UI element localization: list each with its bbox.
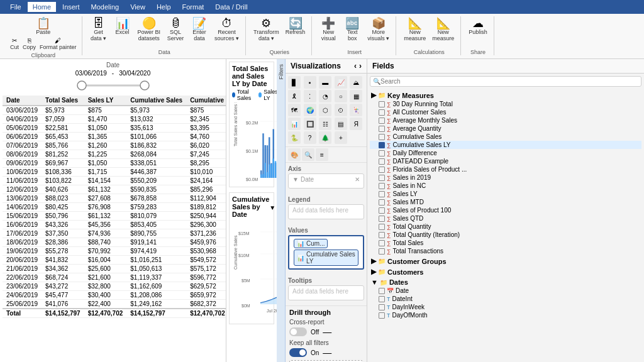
tab-modeling[interactable]: Modeling [86,2,125,12]
item-checkbox[interactable] [379,248,385,255]
tree-item[interactable]: ∑ Total Quantity (Iteration) [370,231,641,239]
tree-item[interactable]: ∑ Cumulative Sales [370,133,641,141]
tree-item[interactable]: ∑ Florida Sales of Product ... [370,165,641,173]
viz-chevron-right[interactable]: › [359,62,362,70]
chart-bottom-container[interactable]: Cumulative Sales by Date ▼ ⊡ … Cumulativ… [229,192,274,324]
tree-group-header[interactable]: ▶ 📁 Customers [370,267,641,277]
tab-format[interactable]: Format [177,2,209,12]
viz-matrix[interactable]: ▤ [335,118,347,130]
legend-drop-area[interactable]: Add data fields here [288,204,364,219]
viz-stacked-bar[interactable]: ▪ [304,76,316,89]
publish-button[interactable]: ☁ Publish [466,16,490,36]
tab-home[interactable]: Home [28,2,56,12]
date-slider[interactable] [3,79,223,92]
copy-button[interactable]: ⎘ Copy [21,36,37,51]
cross-report-toggle[interactable] [289,327,307,336]
tree-item[interactable]: ∑ All Customer Sales [370,108,641,116]
tree-item[interactable]: ∑ 30 Day Running Total [370,100,641,108]
tree-item[interactable]: ∑ Total Quantity [370,222,641,231]
transform-data-button[interactable]: ⚙ Transformdata ▾ [251,16,282,43]
filter-icon[interactable]: ▼ [269,204,275,211]
value-chip-2[interactable]: 📊 Cumulative Sales LY [294,250,358,266]
paste-button[interactable]: 📋 Paste [32,16,55,36]
item-checkbox[interactable] [379,232,385,238]
item-checkbox[interactable] [379,304,385,310]
tree-item[interactable]: ∑ Sales LY [370,190,641,198]
axis-remove-icon[interactable]: ✕ [355,176,360,183]
tree-item[interactable]: T DayOfMonth [370,311,641,319]
tab-file[interactable]: File [5,2,26,12]
tree-item[interactable]: ∑ Total Transactions [370,247,641,255]
viz-treemap[interactable]: ▦ [350,90,362,102]
keep-filters-toggle[interactable] [289,348,307,357]
viz-qna[interactable]: ? [304,131,316,144]
viz-analytics-icon[interactable]: 🔍 [302,148,314,161]
tree-item[interactable]: ∑ Daily Difference [370,149,641,157]
viz-donut[interactable]: ○ [335,90,347,102]
viz-decomp[interactable]: 🌲 [319,131,331,144]
tree-item[interactable]: ∑ Average Quantity [370,124,641,133]
item-checkbox[interactable] [379,167,385,173]
item-checkbox[interactable] [379,296,385,302]
tab-help[interactable]: Help [152,2,176,12]
viz-format-icon[interactable]: 🎨 [288,148,301,161]
tree-item[interactable]: ∑ Sales in 2019 [370,173,641,182]
item-checkbox[interactable] [379,175,385,181]
fields-search-box[interactable]: 🔍 [370,76,641,87]
item-checkbox[interactable] [379,183,385,189]
tree-item[interactable]: T DayInWeek [370,303,641,311]
tab-view[interactable]: View [125,2,150,12]
tree-item[interactable]: ∑ Sales MTD [370,198,641,206]
new-measure2-button[interactable]: 📐 Newmeasure [430,16,457,43]
viz-ribbon[interactable]: 🎗 [288,90,301,102]
tooltips-drop-area[interactable]: Add data fields here [288,285,364,300]
viz-slicer[interactable]: 🔲 [304,118,316,130]
viz-pie[interactable]: ◔ [319,90,331,102]
table-panel[interactable]: Date 03/06/2019 - 30/04/2020 [0,59,226,362]
tree-item[interactable]: ∑ Average Monthly Sales [370,116,641,124]
viz-scatter[interactable]: ⁚ [304,90,316,102]
new-visual-button[interactable]: ➕ Newvisual [317,16,340,43]
item-checkbox[interactable] [379,199,385,206]
item-checkbox[interactable] [379,224,385,230]
recent-sources-button[interactable]: ⏱ Recentsources ▾ [212,16,242,43]
item-checkbox[interactable] [379,158,385,165]
viz-line-chart[interactable]: 📈 [335,76,347,89]
tree-item[interactable]: ∑ Sales in NC [370,182,641,190]
viz-table[interactable]: ☷ [319,118,331,130]
item-checkbox[interactable] [379,240,385,246]
viz-custom[interactable]: + [335,131,347,144]
viz-area-chart[interactable]: ⛰ [350,76,362,89]
axis-drop-area[interactable]: ▼ Date ✕ [288,173,364,189]
tree-group-header[interactable]: ▶ 📁 Customer Groups [370,256,641,266]
tab-data-drill[interactable]: Data / Drill [210,2,252,12]
cut-button[interactable]: ✂ Cut [9,36,20,51]
tree-item[interactable]: ∑ DATEADD Example [370,157,641,165]
enter-data-button[interactable]: 📝 Enterdata [188,16,211,43]
tree-group-header[interactable]: ▼ 📁 Dates [370,278,641,287]
item-checkbox[interactable] [379,288,385,294]
viz-gauge[interactable]: ⏲ [335,104,347,116]
item-checkbox[interactable] [379,126,385,132]
format-painter-button[interactable]: 🖌 Format painter [38,36,78,51]
item-checkbox[interactable] [379,101,385,107]
viz-r-visual[interactable]: Я [350,118,362,130]
item-checkbox[interactable] [379,207,385,214]
item-checkbox[interactable] [379,150,385,156]
new-measure-button[interactable]: 📐 Newmeasure [401,16,428,43]
value-chip-1[interactable]: 📊 Cum... [294,239,328,248]
viz-map[interactable]: 🗺 [288,104,301,116]
tree-group-header[interactable]: ▶ 📁 Key Measures [370,90,641,100]
tree-item[interactable]: 📅 Date [370,287,641,295]
sql-server-button[interactable]: 🛢 SQLServer [164,16,187,43]
text-box-button[interactable]: 🔤 Textbox [341,16,364,43]
chart-top-container[interactable]: Total Sales and Sales LY by Date Total S… [229,62,274,187]
viz-kpi[interactable]: 📊 [288,118,301,130]
tab-insert[interactable]: Insert [57,2,85,12]
values-drop-area[interactable]: 📊 Cum... 📊 Cumulative Sales LY [288,235,364,270]
viz-funnel[interactable]: ⬡ [319,104,331,116]
tree-item[interactable]: ∑ Total Sales [370,239,641,247]
tree-item[interactable]: ∑ Sales of Product 100 [370,206,641,214]
tree-item[interactable]: ∑ Sales QTD [370,214,641,222]
tree-item[interactable]: ∑ Cumulative Sales LY [370,141,641,149]
